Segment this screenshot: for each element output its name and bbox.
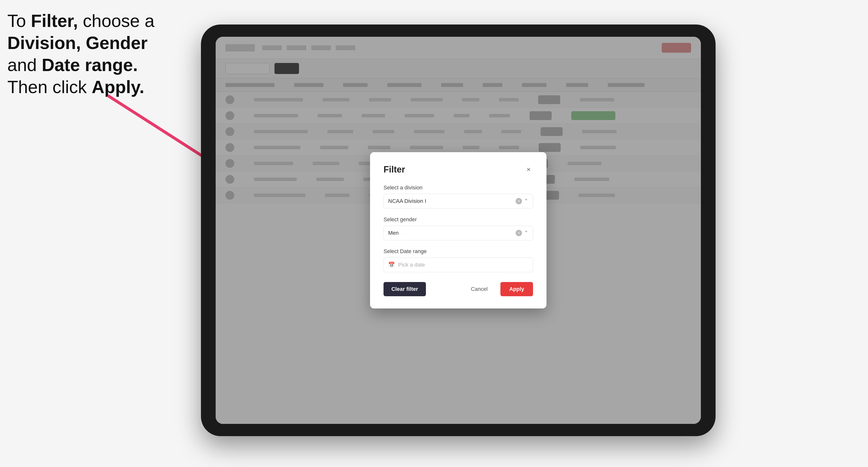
and-date-line: and Date range. [7,55,138,75]
then-apply-line: Then click Apply. [7,77,144,97]
clear-filter-button[interactable]: Clear filter [383,282,426,296]
tablet-frame: Filter × Select a division NCAA Division… [201,25,716,436]
date-form-group: Select Date range 📅 Pick a date [383,248,533,272]
instruction-text: To Filter, choose a Division, Gender and… [7,10,154,98]
gender-select[interactable]: Men × ⌃ [383,226,533,240]
division-label: Select a division [383,185,533,191]
division-select-actions: × ⌃ [516,198,528,204]
date-placeholder: Pick a date [398,262,425,268]
modal-footer: Clear filter Cancel Apply [383,282,533,296]
division-select[interactable]: NCAA Division I × ⌃ [383,194,533,209]
cancel-button[interactable]: Cancel [463,282,495,296]
gender-chevron-icon: ⌃ [524,230,528,236]
gender-value: Men [388,230,516,236]
date-input[interactable]: 📅 Pick a date [383,257,533,272]
division-clear-button[interactable]: × [516,198,522,204]
apply-button[interactable]: Apply [500,282,533,296]
date-label: Select Date range [383,248,533,255]
gender-label: Select gender [383,216,533,223]
modal-overlay: Filter × Select a division NCAA Division… [216,37,701,424]
modal-close-button[interactable]: × [524,165,533,174]
division-value: NCAA Division I [388,198,516,204]
filter-bold: Filter, [31,11,78,31]
modal-title: Filter [383,164,405,175]
calendar-icon: 📅 [388,262,395,268]
apply-bold: Apply. [92,77,144,97]
instruction-line1: To Filter, choose a [7,11,154,31]
modal-footer-right: Cancel Apply [463,282,533,296]
division-form-group: Select a division NCAA Division I × ⌃ [383,185,533,209]
date-range-bold: Date range. [42,55,138,75]
modal-header: Filter × [383,164,533,175]
tablet-screen: Filter × Select a division NCAA Division… [216,37,701,424]
gender-clear-button[interactable]: × [516,230,522,236]
gender-form-group: Select gender Men × ⌃ [383,216,533,240]
division-chevron-icon: ⌃ [524,198,528,204]
division-gender-bold: Division, Gender [7,33,148,53]
gender-select-actions: × ⌃ [516,230,528,236]
filter-modal: Filter × Select a division NCAA Division… [370,152,547,309]
